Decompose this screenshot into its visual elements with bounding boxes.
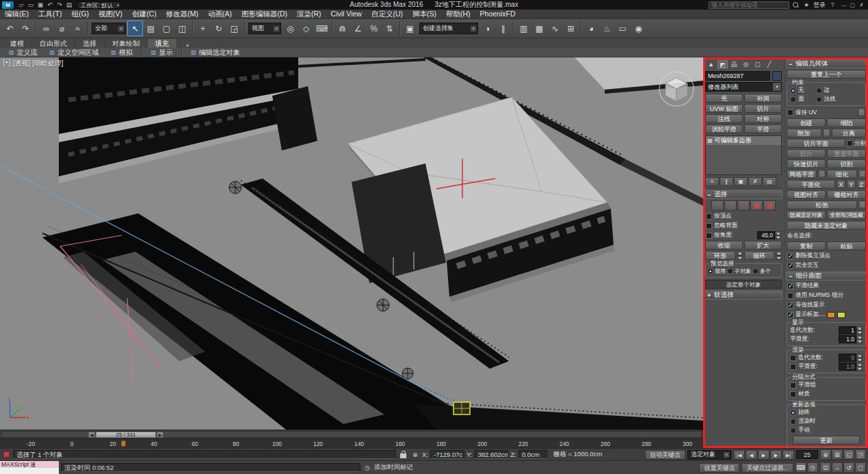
- ribbon-tab-填充[interactable]: 填充: [148, 39, 177, 48]
- modifier-button-1[interactable]: 补洞: [744, 94, 782, 103]
- angle-spinner-value[interactable]: 45.0: [757, 231, 775, 239]
- schematic-view-icon[interactable]: ⊞: [563, 21, 579, 36]
- element-mode-icon[interactable]: ▩: [763, 200, 776, 211]
- maximize-icon[interactable]: ▢: [848, 2, 857, 8]
- menu-item-6[interactable]: 动画(A): [203, 10, 237, 18]
- make-planar-button[interactable]: 平面化: [787, 180, 835, 189]
- preserve-uv-settings-button[interactable]: □: [858, 108, 865, 117]
- select-and-rotate-icon[interactable]: ↻: [211, 21, 226, 36]
- show-end-result-icon[interactable]: ∥: [720, 177, 733, 186]
- maximize-viewport-icon[interactable]: ◻: [855, 462, 866, 473]
- ribbon-button-显示[interactable]: ▧显示: [146, 48, 179, 57]
- orbit-icon[interactable]: ↺: [843, 462, 854, 473]
- rendered-frame-icon[interactable]: ▭: [615, 21, 631, 36]
- spinner-arrows-icon[interactable]: [856, 335, 863, 343]
- material-editor-icon[interactable]: ◕: [583, 21, 599, 36]
- snap-toggle-icon[interactable]: ⋒: [334, 21, 350, 36]
- search-input[interactable]: [709, 1, 789, 9]
- render-setup-icon[interactable]: ♨: [599, 21, 615, 36]
- constraint-none-radio[interactable]: [790, 88, 796, 94]
- modifier-button-5[interactable]: 对称: [744, 114, 782, 123]
- select-and-scale-icon[interactable]: ◲: [226, 21, 242, 36]
- menu-item-5[interactable]: 修改器(M): [161, 10, 203, 18]
- field-of-view-icon[interactable]: ⊡: [820, 462, 831, 473]
- render-smoothness-spinner[interactable]: 1.0: [839, 363, 863, 371]
- grow-button[interactable]: 扩大: [744, 241, 782, 250]
- quickslice-button[interactable]: 快速切片: [787, 159, 826, 168]
- planar-x-button[interactable]: X: [837, 180, 845, 189]
- hide-selected-button[interactable]: 隐藏选定对象: [787, 211, 826, 220]
- undo-icon[interactable]: ↶: [2, 21, 18, 36]
- attach-settings-button[interactable]: □: [823, 129, 830, 137]
- menu-item-12[interactable]: 帮助(H): [441, 10, 475, 18]
- modifier-button-7[interactable]: 平滑: [744, 124, 782, 133]
- vertex-mode-icon[interactable]: ∴: [711, 200, 724, 211]
- slice-button[interactable]: 切片: [787, 149, 826, 158]
- tab-utilities[interactable]: ╱: [764, 60, 774, 69]
- update-when-rendering-radio[interactable]: [790, 419, 796, 425]
- preserve-uv-checkbox[interactable]: [787, 109, 793, 116]
- bind-to-space-warp-icon[interactable]: ≈: [70, 21, 86, 36]
- tab-hierarchy[interactable]: 品: [729, 60, 739, 69]
- render-iterations-spinner[interactable]: 0: [839, 354, 863, 362]
- time-slider-prev-icon[interactable]: ◀: [88, 432, 95, 438]
- key-scope-dropdown[interactable]: 选定对象 ▾: [687, 450, 731, 460]
- unhide-all-button[interactable]: 全部取消隐藏: [827, 211, 866, 220]
- relax-button[interactable]: 松弛: [787, 200, 857, 209]
- tessellate-button[interactable]: 细化: [827, 170, 857, 179]
- ribbon-button-编辑选定对象[interactable]: ▧编辑选定对象: [185, 48, 246, 57]
- cage-color-swatch[interactable]: [827, 312, 835, 318]
- constraint-normal-radio[interactable]: [816, 96, 822, 103]
- layer-manager-icon[interactable]: ▥: [516, 21, 531, 36]
- edge-mode-icon[interactable]: ╱: [724, 200, 737, 211]
- display-smoothness-value[interactable]: 1.0: [839, 335, 856, 343]
- selection-filter-select[interactable]: 全部▾: [92, 23, 126, 34]
- viewcube[interactable]: [657, 70, 696, 108]
- update-button[interactable]: 更新: [793, 436, 860, 445]
- configure-modifier-sets-icon[interactable]: ▤: [763, 177, 776, 186]
- view-align-button[interactable]: 视图对齐: [787, 190, 826, 199]
- detach-button[interactable]: 分离: [832, 129, 867, 137]
- remove-modifier-icon[interactable]: ✗: [748, 177, 762, 186]
- planar-z-button[interactable]: Z: [857, 180, 866, 189]
- render-smoothness-value[interactable]: 1.0: [839, 363, 856, 371]
- current-frame-marker[interactable]: [121, 440, 126, 447]
- msmooth-button[interactable]: 网格平滑: [787, 170, 817, 179]
- full-interactivity-checkbox[interactable]: [787, 263, 793, 269]
- zoom-extents-icon[interactable]: ◱: [843, 449, 854, 460]
- key-filters-button[interactable]: 关键点过滤器...: [741, 463, 793, 473]
- modifier-button-4[interactable]: 法线: [705, 114, 743, 123]
- angle-spinner[interactable]: 45.0: [757, 231, 781, 239]
- select-and-move-icon[interactable]: +: [195, 21, 211, 36]
- project-folder-icon[interactable]: ▤: [64, 1, 74, 8]
- menu-item-9[interactable]: Civil View: [326, 10, 367, 18]
- create-button[interactable]: 创建: [787, 118, 826, 127]
- slice-plane-button[interactable]: 切片平面: [787, 139, 845, 148]
- mirror-icon[interactable]: ◑: [479, 21, 495, 36]
- selection-region-icon[interactable]: ▢: [159, 21, 174, 36]
- render-smoothness-checkbox[interactable]: [790, 364, 796, 370]
- grid-align-button[interactable]: 栅格对齐: [827, 190, 866, 199]
- by-vertex-checkbox[interactable]: [706, 213, 712, 220]
- object-name-field[interactable]: Mesh269287: [705, 71, 770, 81]
- use-nurms-checkbox[interactable]: [787, 293, 793, 299]
- menu-item-8[interactable]: 渲染(R): [292, 10, 326, 18]
- workspace-dropdown[interactable]: 工作区: 默认: [77, 1, 120, 9]
- menu-item-7[interactable]: 图形编辑器(D): [237, 10, 292, 18]
- display-smoothness-spinner[interactable]: 1.0: [839, 335, 863, 343]
- spinner-arrows-icon[interactable]: [856, 354, 863, 362]
- current-frame-field[interactable]: 25: [796, 450, 818, 459]
- render-iterations-checkbox[interactable]: [790, 355, 796, 361]
- rollout-soft-selection[interactable]: + 软选择: [705, 291, 782, 300]
- planar-y-button[interactable]: Y: [847, 180, 856, 189]
- named-selection-select[interactable]: 创建选择集▾: [419, 23, 478, 34]
- msmooth-settings-button[interactable]: □: [818, 170, 826, 179]
- use-pivot-center-icon[interactable]: ◎: [282, 21, 298, 36]
- tab-create[interactable]: ▲: [706, 60, 716, 69]
- menu-item-13[interactable]: PhoenixFD: [475, 10, 521, 18]
- update-always-radio[interactable]: [790, 410, 796, 416]
- make-unique-icon[interactable]: ▣: [734, 177, 748, 186]
- time-slider-handle[interactable]: 25 / 331: [96, 432, 156, 438]
- menu-item-1[interactable]: 工具(T): [34, 10, 66, 18]
- viewport-shading-menu[interactable]: [明暗处理]: [32, 59, 64, 68]
